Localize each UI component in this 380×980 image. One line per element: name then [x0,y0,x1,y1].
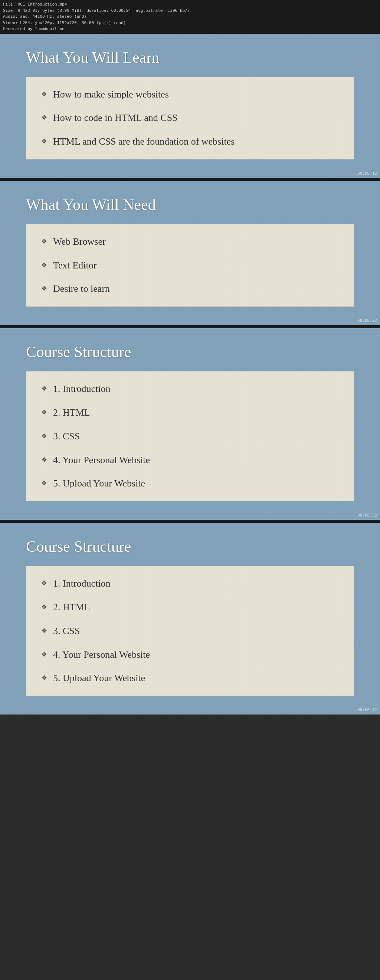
list-item-text-slide3-2: 3. CSS [53,430,80,443]
list-item-slide3-2: ❖3. CSS [41,430,339,443]
timestamp-slide4: 00:00:42 [358,708,377,712]
list-item-text-slide2-0: Web Browser [53,235,106,248]
list-item-slide3-3: ❖4. Your Personal Website [41,454,339,466]
list-item-text-slide2-1: Text Editor [53,259,96,272]
list-item-text-slide1-0: How to make simple websites [53,88,169,101]
bullet-icon: ❖ [41,90,47,98]
timestamp-slide2: 00:00:22 [358,318,377,323]
slide-title-slide3: Course Structure [26,343,354,361]
file-info: File: 001 Introduction.mp4 Size: 9 423 9… [0,0,380,34]
list-item-slide2-1: ❖Text Editor [41,259,339,272]
bullet-icon: ❖ [41,627,47,635]
list-item-text-slide4-1: 2. HTML [53,601,90,614]
list-item-text-slide1-2: HTML and CSS are the foundation of websi… [53,135,235,148]
list-item-slide3-0: ❖1. Introduction [41,383,339,395]
bullet-icon: ❖ [41,432,47,440]
list-item-slide2-2: ❖Desire to learn [41,283,339,295]
timestamp-slide3: 00:00:32 [358,513,377,518]
list-item-text-slide3-3: 4. Your Personal Website [53,454,150,466]
list-item-slide4-1: ❖2. HTML [41,601,339,614]
file-info-line3: Audio: aac, 44100 Hz, stereo (und) [3,14,377,20]
list-item-slide4-3: ❖4. Your Personal Website [41,649,339,661]
list-item-text-slide4-2: 3. CSS [53,625,80,637]
bullet-icon: ❖ [41,285,47,293]
bullet-icon: ❖ [41,579,47,587]
slide-title-slide4: Course Structure [26,538,354,555]
list-item-text-slide3-0: 1. Introduction [53,383,110,395]
bullet-icon: ❖ [41,113,47,122]
timestamp-slide1: 00:00:12 [358,171,377,176]
list-item-slide1-1: ❖How to code in HTML and CSS [41,111,339,124]
list-item-text-slide3-4: 5. Upload Your Website [53,477,145,490]
bullet-icon: ❖ [41,408,47,417]
file-info-line1: File: 001 Introduction.mp4 [3,2,377,8]
bullet-icon: ❖ [41,674,47,682]
list-item-text-slide3-1: 2. HTML [53,406,90,419]
bullet-icon: ❖ [41,261,47,269]
list-item-text-slide4-0: 1. Introduction [53,578,110,590]
list-item-text-slide4-4: 5. Upload Your Website [53,672,145,684]
file-info-line2: Size: 9 423 917 bytes (8.99 MiB), durati… [3,8,377,14]
slide-slide4: Course Structure❖1. Introduction❖2. HTML… [0,523,380,714]
file-info-line5: Generated by Thumbnail me [3,26,377,32]
bullet-icon: ❖ [41,137,47,145]
list-item-slide3-4: ❖5. Upload Your Website [41,477,339,490]
list-item-slide2-0: ❖Web Browser [41,235,339,248]
list-item-text-slide4-3: 4. Your Personal Website [53,649,150,661]
bullet-icon: ❖ [41,237,47,245]
bullet-icon: ❖ [41,479,47,487]
list-item-slide4-0: ❖1. Introduction [41,578,339,590]
slide-slide3: Course Structure❖1. Introduction❖2. HTML… [0,328,380,520]
bullet-icon: ❖ [41,651,47,659]
slide-title-slide1: What You Will Learn [26,49,354,66]
list-item-slide1-2: ❖HTML and CSS are the foundation of webs… [41,135,339,148]
slide-slide1: What You Will Learn❖How to make simple w… [0,34,380,178]
list-item-text-slide1-1: How to code in HTML and CSS [53,111,178,124]
list-item-slide1-0: ❖How to make simple websites [41,88,339,101]
slides-container: What You Will Learn❖How to make simple w… [0,34,380,715]
bullet-icon: ❖ [41,603,47,611]
bullet-icon: ❖ [41,456,47,464]
file-info-line4: Video: h264, yuv420p, 1152x720, 30.00 fp… [3,20,377,26]
bullet-icon: ❖ [41,385,47,393]
list-item-slide4-4: ❖5. Upload Your Website [41,672,339,684]
slide-title-slide2: What You Will Need [26,196,354,213]
list-item-slide3-1: ❖2. HTML [41,406,339,419]
list-item-slide4-2: ❖3. CSS [41,625,339,637]
slide-slide2: What You Will Need❖Web Browser❖Text Edit… [0,181,380,325]
list-item-text-slide2-2: Desire to learn [53,283,110,295]
